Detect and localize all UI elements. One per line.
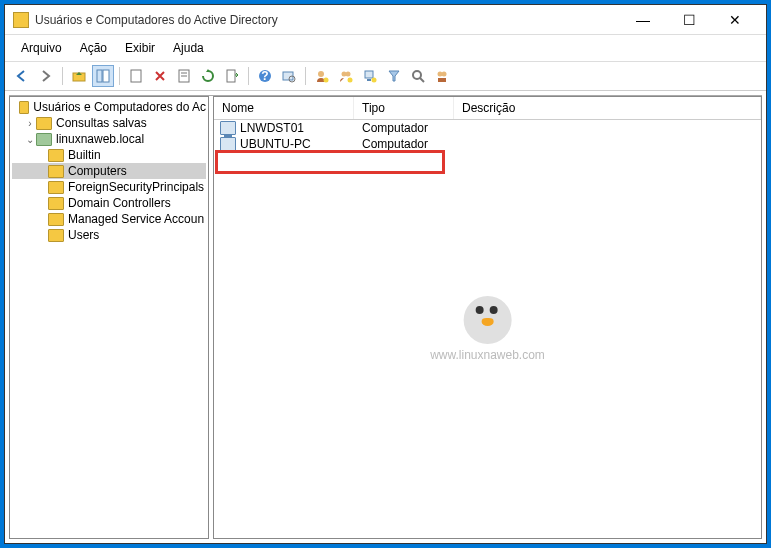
show-tree-icon[interactable] xyxy=(92,65,114,87)
tree-builtin[interactable]: Builtin xyxy=(12,147,206,163)
tree-label: Managed Service Accoun xyxy=(68,212,204,226)
separator xyxy=(119,67,120,85)
watermark-text: www.linuxnaweb.com xyxy=(430,348,545,362)
separator xyxy=(62,67,63,85)
cut-icon[interactable] xyxy=(125,65,147,87)
menu-arquivo[interactable]: Arquivo xyxy=(13,39,70,57)
tree-label: Consultas salvas xyxy=(56,116,147,130)
minimize-button[interactable]: — xyxy=(620,6,666,34)
menu-exibir[interactable]: Exibir xyxy=(117,39,163,57)
list-body[interactable]: LNWDST01 Computador UBUNTU-PC Computador… xyxy=(214,120,761,538)
menu-ajuda[interactable]: Ajuda xyxy=(165,39,212,57)
maximize-button[interactable]: ☐ xyxy=(666,6,712,34)
tree-msa[interactable]: Managed Service Accoun xyxy=(12,211,206,227)
svg-line-21 xyxy=(420,78,424,82)
svg-rect-3 xyxy=(131,70,141,82)
folder-icon xyxy=(48,197,64,210)
svg-point-20 xyxy=(413,71,421,79)
up-folder-icon[interactable] xyxy=(68,65,90,87)
cell-type: Computador xyxy=(354,137,454,151)
help-icon[interactable]: ? xyxy=(254,65,276,87)
folder-icon xyxy=(36,117,52,130)
svg-rect-17 xyxy=(365,71,373,78)
svg-rect-2 xyxy=(103,70,109,82)
svg-rect-24 xyxy=(438,78,446,82)
tree-label: Usuários e Computadores do Ac xyxy=(33,100,206,114)
app-icon xyxy=(13,12,29,28)
domain-icon xyxy=(36,133,52,146)
svg-point-16 xyxy=(348,78,353,83)
tree-root[interactable]: Usuários e Computadores do Ac xyxy=(12,99,206,115)
tree-fsp[interactable]: ForeignSecurityPrincipals xyxy=(12,179,206,195)
folder-icon xyxy=(19,101,29,114)
menu-acao[interactable]: Ação xyxy=(72,39,115,57)
folder-icon xyxy=(48,181,64,194)
tree-computers[interactable]: Computers xyxy=(12,163,206,179)
svg-point-12 xyxy=(318,71,324,77)
col-tipo[interactable]: Tipo xyxy=(354,97,454,119)
delete-icon[interactable] xyxy=(149,65,171,87)
list-header: Nome Tipo Descrição xyxy=(214,97,761,120)
folder-icon xyxy=(48,229,64,242)
close-button[interactable]: ✕ xyxy=(712,6,758,34)
svg-rect-1 xyxy=(97,70,102,82)
tree-label: Users xyxy=(68,228,99,242)
list-row[interactable]: UBUNTU-PC Computador xyxy=(214,136,761,152)
list-panel: Nome Tipo Descrição LNWDST01 Computador … xyxy=(213,96,762,539)
tree-label: Computers xyxy=(68,164,127,178)
list-row[interactable]: LNWDST01 Computador xyxy=(214,120,761,136)
tree-users[interactable]: Users xyxy=(12,227,206,243)
tree-label: ForeignSecurityPrincipals xyxy=(68,180,204,194)
find-icon[interactable] xyxy=(278,65,300,87)
svg-point-13 xyxy=(324,78,329,83)
folder-icon xyxy=(48,213,64,226)
refresh-icon[interactable] xyxy=(197,65,219,87)
watermark: www.linuxnaweb.com xyxy=(430,296,545,362)
tree-domain[interactable]: ⌄linuxnaweb.local xyxy=(12,131,206,147)
tree-consultas[interactable]: ›Consultas salvas xyxy=(12,115,206,131)
cell-name: LNWDST01 xyxy=(240,121,304,135)
tree-label: linuxnaweb.local xyxy=(56,132,144,146)
new-computer-icon[interactable] xyxy=(359,65,381,87)
svg-rect-7 xyxy=(227,70,235,82)
tree-label: Domain Controllers xyxy=(68,196,171,210)
col-descricao[interactable]: Descrição xyxy=(454,97,761,119)
svg-point-15 xyxy=(346,72,351,77)
content-area: Usuários e Computadores do Ac ›Consultas… xyxy=(9,95,762,539)
new-group-icon[interactable] xyxy=(335,65,357,87)
tree-domain-controllers[interactable]: Domain Controllers xyxy=(12,195,206,211)
svg-rect-18 xyxy=(367,79,371,81)
highlight-box xyxy=(215,150,445,174)
svg-point-23 xyxy=(442,72,447,77)
separator xyxy=(248,67,249,85)
window-controls: — ☐ ✕ xyxy=(620,6,758,34)
properties-icon[interactable] xyxy=(173,65,195,87)
aduc-window: Usuários e Computadores do Active Direct… xyxy=(4,4,767,544)
col-nome[interactable]: Nome xyxy=(214,97,354,119)
back-icon[interactable] xyxy=(11,65,33,87)
window-title: Usuários e Computadores do Active Direct… xyxy=(35,13,620,27)
forward-icon[interactable] xyxy=(35,65,57,87)
tree-label: Builtin xyxy=(68,148,101,162)
computer-icon xyxy=(220,137,236,151)
separator xyxy=(305,67,306,85)
toolbar: ? xyxy=(5,62,766,91)
svg-text:?: ? xyxy=(261,69,268,83)
computer-icon xyxy=(220,121,236,135)
titlebar: Usuários e Computadores do Active Direct… xyxy=(5,5,766,35)
filter-icon[interactable] xyxy=(383,65,405,87)
tree-panel[interactable]: Usuários e Computadores do Ac ›Consultas… xyxy=(9,96,209,539)
add-to-group-icon[interactable] xyxy=(431,65,453,87)
folder-icon xyxy=(48,165,64,178)
cell-name: UBUNTU-PC xyxy=(240,137,311,151)
cell-type: Computador xyxy=(354,121,454,135)
svg-point-19 xyxy=(372,78,377,83)
search-icon[interactable] xyxy=(407,65,429,87)
export-icon[interactable] xyxy=(221,65,243,87)
menubar: Arquivo Ação Exibir Ajuda xyxy=(5,35,766,62)
folder-icon xyxy=(48,149,64,162)
new-user-icon[interactable] xyxy=(311,65,333,87)
tux-icon xyxy=(464,296,512,344)
